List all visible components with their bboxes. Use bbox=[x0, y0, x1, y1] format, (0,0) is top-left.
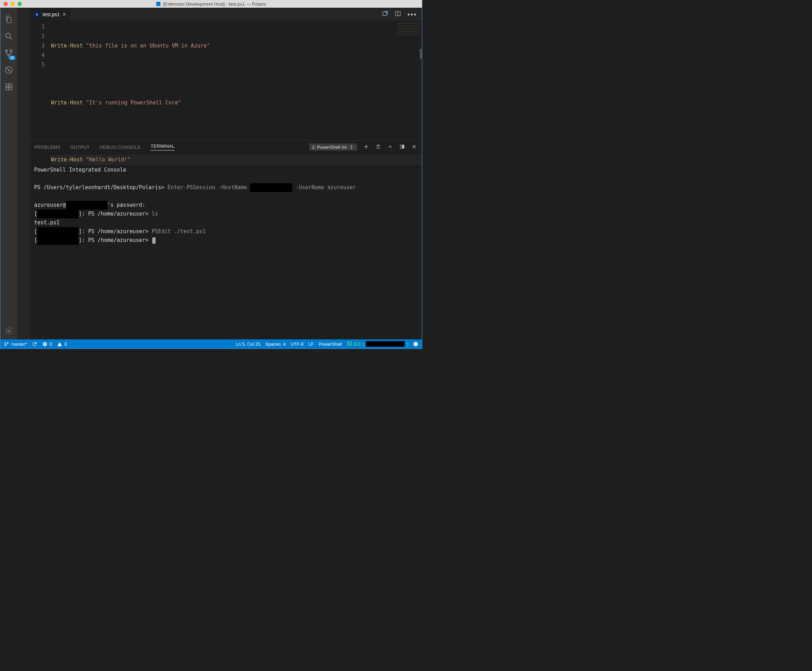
svg-point-23 bbox=[416, 343, 417, 344]
code-line[interactable]: Write-Host "It's running PowerShell Core… bbox=[51, 98, 422, 107]
tab-label: test.ps1 bbox=[43, 12, 60, 17]
titlebar: [Extension Development Host] - test.ps1 … bbox=[0, 0, 422, 8]
status-warnings[interactable]: 0 bbox=[57, 341, 67, 347]
status-eol[interactable]: LF bbox=[309, 341, 314, 347]
window-title: [Extension Development Host] - test.ps1 … bbox=[0, 2, 422, 7]
vscode-icon bbox=[156, 2, 160, 6]
code-editor[interactable]: 1 2 3 4 5 Write-Host "this file is on an… bbox=[30, 21, 422, 140]
svg-point-1 bbox=[6, 50, 7, 52]
explorer-icon[interactable] bbox=[0, 11, 17, 28]
status-powershell-version[interactable]: 6.0 [] bbox=[347, 341, 408, 347]
activity-bar: 22 bbox=[0, 8, 17, 339]
svg-point-5 bbox=[8, 69, 10, 72]
status-feedback-icon[interactable] bbox=[413, 341, 418, 347]
svg-point-0 bbox=[6, 33, 10, 37]
status-sync[interactable] bbox=[32, 341, 37, 347]
gutter: 1 2 3 4 5 bbox=[30, 21, 51, 140]
status-errors[interactable]: 0 bbox=[42, 341, 52, 347]
svg-rect-6 bbox=[6, 84, 9, 87]
terminal-line: PS /Users/tylerleonhardt/Desktop/Polaris… bbox=[34, 184, 356, 191]
svg-point-10 bbox=[8, 330, 10, 332]
terminal-line: [ ]: PS /home/azureuser> bbox=[34, 237, 155, 244]
svg-point-22 bbox=[415, 343, 416, 344]
line-number: 4 bbox=[30, 51, 45, 60]
status-language[interactable]: PowerShell bbox=[319, 341, 342, 347]
status-branch[interactable]: master* bbox=[4, 341, 27, 347]
minimap[interactable] bbox=[397, 23, 420, 37]
search-icon[interactable] bbox=[0, 28, 17, 45]
split-editor-icon[interactable] bbox=[395, 10, 401, 18]
redacted bbox=[366, 341, 404, 347]
terminal-cursor bbox=[152, 237, 155, 244]
editor-tabs: > test.ps1 × ••• bbox=[30, 8, 422, 21]
tab-close-icon[interactable]: × bbox=[63, 11, 66, 17]
line-number: 1 bbox=[30, 22, 45, 32]
status-encoding[interactable]: UTF-8 bbox=[291, 341, 304, 347]
code-line[interactable]: Write-Host "Hello World!" bbox=[51, 155, 422, 165]
svg-rect-9 bbox=[9, 84, 12, 87]
powershell-file-icon: > bbox=[34, 12, 40, 17]
extensions-icon[interactable] bbox=[0, 78, 17, 95]
svg-rect-20 bbox=[348, 342, 351, 345]
status-spaces[interactable]: Spaces: 4 bbox=[265, 341, 286, 347]
scrollbar[interactable] bbox=[420, 49, 422, 59]
code-line[interactable] bbox=[51, 70, 422, 79]
svg-point-16 bbox=[5, 342, 6, 343]
more-actions-icon[interactable]: ••• bbox=[408, 10, 417, 19]
status-bar: master* 0 0 Ln 5, Col 25 Spaces: 4 UTF-8… bbox=[0, 339, 422, 349]
terminal-line: [ ]: PS /home/azureuser> PSEdit ./test.p… bbox=[34, 228, 206, 235]
svg-point-2 bbox=[10, 50, 12, 52]
scm-badge: 22 bbox=[9, 56, 16, 60]
terminal-line: test.ps1 bbox=[34, 220, 60, 226]
svg-rect-8 bbox=[9, 87, 12, 90]
status-ln-col[interactable]: Ln 5, Col 25 bbox=[236, 341, 260, 347]
code-line[interactable]: Write-Host "this file is on an Ubuntu VM… bbox=[51, 41, 422, 51]
source-control-icon[interactable]: 22 bbox=[0, 45, 17, 61]
line-number: 3 bbox=[30, 41, 45, 51]
terminal-line: [ ]: PS /home/azureuser> ls bbox=[34, 211, 158, 217]
line-number: 5 bbox=[30, 60, 45, 70]
code-line[interactable] bbox=[51, 127, 422, 136]
debug-icon[interactable] bbox=[0, 61, 17, 78]
svg-point-17 bbox=[5, 345, 6, 346]
sidebar[interactable] bbox=[17, 8, 30, 339]
svg-rect-7 bbox=[6, 87, 9, 90]
line-number: 2 bbox=[30, 32, 45, 41]
terminal-line: azureuser@ 's password: bbox=[34, 202, 145, 208]
svg-point-18 bbox=[7, 342, 9, 343]
settings-gear-icon[interactable] bbox=[0, 322, 17, 339]
compare-changes-icon[interactable] bbox=[382, 10, 389, 18]
tab-test-ps1[interactable]: > test.ps1 × bbox=[30, 8, 70, 21]
svg-point-21 bbox=[413, 342, 418, 346]
